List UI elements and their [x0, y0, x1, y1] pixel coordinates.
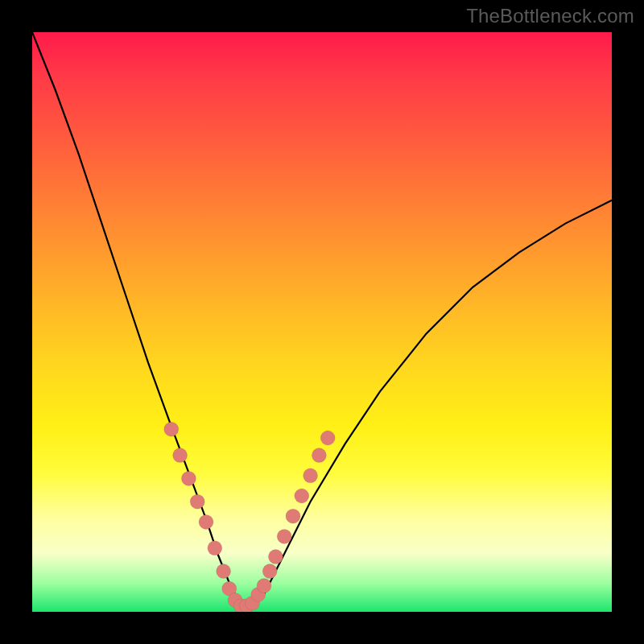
data-marker — [277, 529, 291, 543]
data-marker — [173, 448, 188, 463]
data-marker — [181, 471, 196, 485]
data-marker — [268, 550, 283, 564]
watermark-text: TheBottleneck.com — [466, 5, 634, 27]
data-marker — [257, 579, 271, 593]
marker-layer — [164, 422, 335, 612]
data-marker — [262, 564, 277, 579]
data-marker — [295, 489, 309, 503]
data-marker — [312, 448, 326, 463]
bottleneck-curve — [32, 32, 612, 606]
data-marker — [217, 564, 231, 579]
data-marker — [303, 469, 318, 483]
curve-layer — [32, 32, 612, 606]
data-marker — [164, 422, 179, 436]
stage: TheBottleneck.com — [0, 0, 644, 644]
plot-area — [32, 32, 612, 612]
chart-svg — [32, 32, 612, 612]
data-marker — [190, 494, 204, 509]
data-marker — [199, 514, 213, 529]
data-marker — [286, 509, 300, 523]
data-marker — [320, 431, 335, 445]
data-marker — [208, 541, 222, 555]
